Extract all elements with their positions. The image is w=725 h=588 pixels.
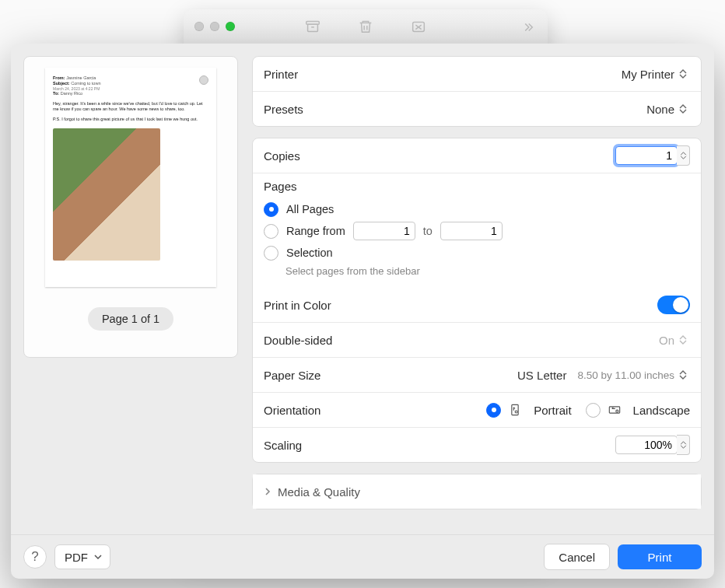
paper-size-select[interactable]: US Letter 8.50 by 11.00 inches bbox=[517, 369, 690, 382]
duplex-label: Double-sided bbox=[264, 334, 332, 347]
printer-presets-card: Printer My Printer Presets bbox=[252, 56, 702, 127]
background-titlebar bbox=[184, 9, 548, 46]
scaling-label: Scaling bbox=[264, 439, 302, 452]
email-body-2: P.S. I forgot to share this great pictur… bbox=[53, 117, 208, 122]
pages-selection-radio[interactable] bbox=[264, 246, 278, 261]
main-settings-card: Copies Pages All P bbox=[252, 138, 702, 463]
traffic-zoom-icon[interactable] bbox=[226, 22, 235, 31]
chevron-updown-icon bbox=[679, 335, 690, 345]
presets-label: Presets bbox=[264, 103, 303, 116]
page-indicator[interactable]: Page 1 of 1 bbox=[88, 307, 173, 331]
duplex-value: On bbox=[659, 334, 674, 347]
orientation-portrait-label: Portrait bbox=[534, 404, 571, 417]
media-quality-label: Media & Quality bbox=[278, 485, 360, 499]
print-button[interactable]: Print bbox=[618, 544, 702, 569]
window-traffic-lights bbox=[194, 22, 235, 31]
chevron-updown-icon bbox=[679, 69, 690, 79]
to-value: Danny Rico bbox=[61, 91, 82, 96]
dialog-footer: ? PDF Cancel Print bbox=[11, 534, 714, 579]
paper-size-value: US Letter bbox=[517, 369, 566, 382]
pages-range-radio[interactable] bbox=[264, 224, 278, 239]
print-settings-pane: Printer My Printer Presets bbox=[252, 56, 702, 534]
scaling-input[interactable] bbox=[615, 436, 678, 454]
orientation-landscape-label: Landscape bbox=[633, 404, 690, 417]
printer-select[interactable]: My Printer bbox=[622, 68, 690, 81]
cancel-button[interactable]: Cancel bbox=[544, 544, 610, 570]
chevron-down-icon bbox=[94, 555, 102, 559]
from-label: From: bbox=[53, 75, 65, 80]
pages-selection-label: Selection bbox=[286, 247, 333, 259]
orientation-portrait-radio[interactable] bbox=[486, 403, 501, 418]
svg-rect-8 bbox=[512, 404, 518, 415]
subject-label: Subject: bbox=[53, 81, 70, 86]
archive-icon bbox=[304, 18, 321, 37]
portrait-icon bbox=[507, 402, 523, 418]
stepper-arrows-icon[interactable] bbox=[677, 145, 690, 166]
pdf-menu-button[interactable]: PDF bbox=[54, 544, 110, 569]
svg-point-9 bbox=[515, 411, 517, 413]
chevron-updown-icon bbox=[679, 370, 690, 380]
scaling-stepper[interactable] bbox=[615, 435, 690, 455]
paper-size-detail: 8.50 by 11.00 inches bbox=[577, 369, 674, 381]
copies-label: Copies bbox=[264, 149, 300, 163]
pages-range-label: Range from bbox=[286, 225, 345, 237]
traffic-close-icon[interactable] bbox=[194, 22, 204, 31]
junk-icon bbox=[410, 18, 427, 37]
copies-input[interactable] bbox=[615, 146, 678, 165]
copies-stepper[interactable] bbox=[615, 145, 690, 166]
print-preview-pane: From: Jasmine Garcia Subject: Coming to … bbox=[23, 56, 238, 358]
media-quality-card: Media & Quality bbox=[252, 474, 702, 509]
chevron-updown-icon bbox=[679, 104, 690, 114]
sender-avatar-icon bbox=[199, 75, 208, 85]
svg-rect-1 bbox=[308, 24, 318, 31]
color-label: Print in Color bbox=[264, 299, 331, 312]
presets-select[interactable]: None bbox=[646, 103, 690, 116]
printer-value: My Printer bbox=[622, 68, 674, 81]
pages-all-radio[interactable] bbox=[264, 202, 278, 217]
range-to-label: to bbox=[423, 225, 433, 237]
range-from-input[interactable] bbox=[353, 222, 415, 240]
landscape-icon bbox=[607, 402, 622, 418]
svg-point-11 bbox=[615, 410, 618, 412]
chevron-right-icon bbox=[264, 488, 271, 495]
email-body-1: Hey, stranger. It's been a while since w… bbox=[53, 101, 208, 112]
stepper-arrows-icon[interactable] bbox=[677, 435, 690, 455]
orientation-label: Orientation bbox=[264, 404, 320, 417]
toolbar-overflow-icon[interactable] bbox=[521, 20, 535, 37]
media-quality-disclosure[interactable]: Media & Quality bbox=[253, 474, 701, 509]
range-to-input[interactable] bbox=[440, 222, 503, 240]
preview-page: From: Jasmine Garcia Subject: Coming to … bbox=[45, 68, 216, 287]
orientation-landscape-radio[interactable] bbox=[586, 403, 601, 418]
print-color-switch[interactable] bbox=[657, 296, 690, 314]
help-button[interactable]: ? bbox=[23, 545, 47, 569]
printer-label: Printer bbox=[264, 68, 298, 81]
print-dialog: From: Jasmine Garcia Subject: Coming to … bbox=[11, 44, 714, 579]
pages-selection-hint: Select pages from the sidebar bbox=[285, 263, 690, 278]
pages-section: Pages All Pages Range from to bbox=[253, 173, 701, 288]
pages-label: Pages bbox=[264, 180, 690, 193]
email-attachment-photo bbox=[53, 128, 160, 261]
pages-all-label: All Pages bbox=[286, 203, 334, 215]
to-label: To: bbox=[53, 91, 59, 96]
from-value: Jasmine Garcia bbox=[66, 75, 96, 80]
paper-size-label: Paper Size bbox=[264, 369, 320, 382]
duplex-select[interactable]: On bbox=[659, 334, 690, 347]
presets-value: None bbox=[646, 103, 674, 116]
subject-value: Coming to town bbox=[71, 81, 100, 86]
trash-icon bbox=[357, 18, 374, 37]
traffic-minimize-icon[interactable] bbox=[210, 22, 219, 31]
pdf-label: PDF bbox=[65, 551, 88, 564]
